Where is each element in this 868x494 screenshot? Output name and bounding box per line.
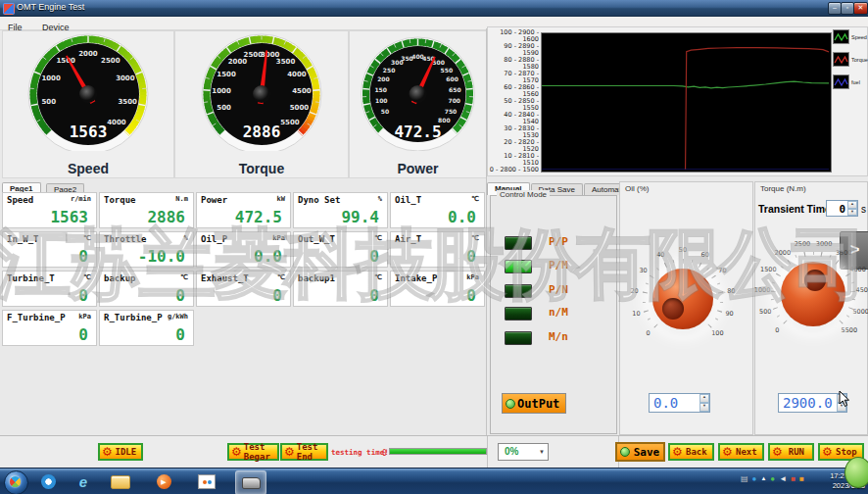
cell-name: Speed xyxy=(7,195,33,205)
next-button[interactable]: ⚙ Next xyxy=(718,443,764,461)
chart-y-tick-label: 20 - 2820 - 1520 xyxy=(489,139,539,153)
assistant-bubble[interactable] xyxy=(844,457,868,488)
percent-combobox[interactable]: 0% ▼ xyxy=(498,443,549,461)
svg-text:600: 600 xyxy=(446,75,458,82)
cell-value: 0 xyxy=(369,286,379,305)
cell-unit: N.m xyxy=(175,195,188,203)
svg-text:5000: 5000 xyxy=(290,104,310,112)
legend-item-speed: Speed xyxy=(833,29,868,44)
oil-spin-up[interactable]: ▲ xyxy=(699,394,709,403)
transient-spin-down[interactable]: ▼ xyxy=(847,209,857,217)
minimize-button[interactable]: – xyxy=(828,2,842,15)
knob-tick xyxy=(653,323,657,327)
svg-text:2886: 2886 xyxy=(243,123,281,141)
oil-setpoint-spinbox[interactable]: 0.0 ▲▼ xyxy=(649,393,710,413)
gear-icon: ⚙ xyxy=(722,446,733,458)
knob-tick xyxy=(776,273,781,276)
taskbar-icon-browser[interactable] xyxy=(33,470,63,493)
mode-led-n-m[interactable] xyxy=(505,307,532,321)
cell-value: 0 xyxy=(175,286,185,305)
table-cell-turbine-t: Turbine_T℃0 xyxy=(2,271,97,307)
taskbar-icon-file-explorer[interactable] xyxy=(106,470,135,493)
svg-text:1500: 1500 xyxy=(217,71,236,78)
taskbar-icon-photo-viewer[interactable] xyxy=(192,470,221,493)
knob-tick xyxy=(771,290,776,291)
knob-minor-tick xyxy=(648,319,651,321)
test-begin-button[interactable]: ⚙ Test Begar xyxy=(227,443,279,461)
legend-item-fuel: fuel xyxy=(833,74,868,89)
tray-volume-icon[interactable]: ◄ xyxy=(779,474,787,483)
gear-icon: ⚙ xyxy=(102,446,113,458)
table-cell-power: PowerkW472.5 xyxy=(196,192,291,228)
chart-legend: SpeedTorquefuel xyxy=(833,29,868,97)
gauge-torque: 5001000150020002500300035004000450050005… xyxy=(174,30,349,178)
cell-unit: ℃ xyxy=(180,273,188,281)
torque-setpoint-spinbox[interactable]: 2900.0 ▲▼ xyxy=(778,393,847,413)
oil-knob[interactable]: 0102030405060708090100 xyxy=(617,233,748,365)
test-end-button[interactable]: ⚙ Test End xyxy=(280,443,328,461)
torque-knob[interactable]: 0500100015002000250030003500400045005000… xyxy=(747,228,868,360)
app-window: OMT Engine Test – ▫ ✕ File Device 500100… xyxy=(0,0,868,494)
knob-scale-label: 10 xyxy=(632,310,640,318)
back-button[interactable]: ⚙ Back xyxy=(668,443,714,461)
table-cell-oil-t: Oil_T℃0.0 xyxy=(390,192,485,228)
transient-time-spinbox[interactable]: 0 ▲▼ xyxy=(826,200,858,217)
chart-plot xyxy=(541,32,832,173)
knob-scale-label: 20 xyxy=(630,287,638,295)
window-title: OMT Engine Test xyxy=(17,2,84,12)
progress-bar xyxy=(389,448,487,455)
cell-value: 0 xyxy=(272,286,282,305)
gear-icon: ⚙ xyxy=(231,446,242,458)
knob-scale-label: 5000 xyxy=(852,308,868,316)
oil-spin-down[interactable]: ▼ xyxy=(699,403,709,412)
svg-text:4000: 4000 xyxy=(107,119,126,126)
torque-spin-down[interactable]: ▼ xyxy=(837,403,846,412)
transient-time-unit: s xyxy=(861,204,866,215)
maximize-button[interactable]: ▫ xyxy=(841,2,854,15)
knob-tick xyxy=(711,274,716,278)
transient-spin-up[interactable]: ▲ xyxy=(847,201,857,209)
save-button[interactable]: Save xyxy=(615,442,665,462)
svg-text:2000: 2000 xyxy=(78,50,98,58)
tray-show-hidden-icon[interactable]: ▲ xyxy=(760,474,766,483)
cell-value: 0 xyxy=(466,247,476,266)
knob-sphere[interactable] xyxy=(652,269,713,329)
tray-network-icon[interactable]: ■ xyxy=(791,474,796,483)
table-cell-oil-p: Oil_PkPa0.0 xyxy=(196,231,291,268)
knob-scale-label: 80 xyxy=(727,287,735,295)
taskbar-icon-internet-explorer[interactable]: e xyxy=(69,470,98,493)
mode-led-m-n[interactable] xyxy=(505,331,532,345)
knob-minor-tick xyxy=(777,315,780,317)
cell-unit: g/kWh xyxy=(168,313,188,321)
taskbar-icon-engine-test-app[interactable] xyxy=(235,470,266,494)
knob-minor-tick xyxy=(720,302,723,303)
bottom-strip: ⚙ IDLE ⚙ Test Begar ⚙ Test End testing t… xyxy=(0,435,868,469)
tray-shield-icon[interactable]: ● xyxy=(752,474,757,483)
svg-text:550: 550 xyxy=(441,67,454,74)
close-button[interactable]: ✕ xyxy=(853,2,868,15)
cell-unit: kPa xyxy=(272,234,285,242)
mode-led-p-m[interactable] xyxy=(505,260,532,273)
tray-status-icon[interactable]: ● xyxy=(770,474,775,483)
mode-led-p-p[interactable] xyxy=(505,236,532,250)
torque-spin-up[interactable]: ▲ xyxy=(837,394,846,403)
tray-app-icon[interactable]: ■ xyxy=(799,474,804,483)
tray-printer-icon[interactable]: ▤ xyxy=(741,474,748,483)
knob-minor-tick xyxy=(843,266,845,269)
mode-label-m-n: M/n xyxy=(549,330,568,343)
output-button[interactable]: OutPut xyxy=(502,393,566,414)
svg-text:472.5: 472.5 xyxy=(394,123,441,141)
knob-minor-tick xyxy=(813,252,814,255)
knob-tick xyxy=(803,252,805,257)
taskbar: e ▶ ▤ ● ▲ ● ◄ ■ ■ 17:27 周三 2023/6/28 xyxy=(0,468,868,494)
run-button[interactable]: ⚙ RUN xyxy=(768,443,814,461)
knob-scale-label: 2000 xyxy=(775,249,792,257)
knob-scale-label: 4500 xyxy=(856,286,868,294)
svg-text:500: 500 xyxy=(217,104,231,112)
taskbar-icon-media-player[interactable]: ▶ xyxy=(149,470,178,493)
engine-app-icon xyxy=(242,477,261,489)
mode-led-p-n[interactable] xyxy=(505,284,532,298)
cell-value: 99.4 xyxy=(341,208,379,226)
table-cell-air-t: Air_T℃0 xyxy=(390,231,485,268)
save-led-icon xyxy=(620,447,630,457)
